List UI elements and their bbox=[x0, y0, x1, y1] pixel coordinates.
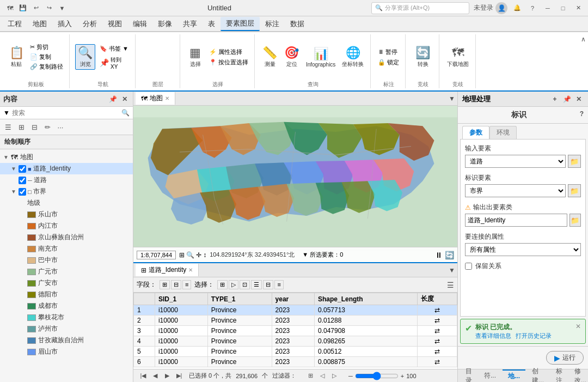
tree-item-ganzi[interactable]: 甘孜藏族自治州 bbox=[0, 335, 133, 346]
tree-item-leshan[interactable]: 乐山市 bbox=[0, 209, 133, 220]
maximize-btn[interactable]: □ bbox=[558, 3, 568, 14]
close-btn[interactable]: ✕ bbox=[573, 3, 584, 14]
menu-map[interactable]: 地图 bbox=[27, 17, 52, 31]
tree-item-deyang[interactable]: 德阳市 bbox=[0, 289, 133, 300]
draw-btn[interactable]: ✏ bbox=[41, 121, 53, 133]
col-type[interactable]: TYPE_1 bbox=[207, 293, 272, 305]
sel-btn4[interactable]: ☰ bbox=[251, 280, 262, 289]
pin-btn[interactable]: 📌 bbox=[108, 94, 118, 104]
filter-btn[interactable]: ⊟ bbox=[28, 121, 40, 133]
tree-item-luzhou[interactable]: 泸州市 bbox=[0, 323, 133, 335]
grid-view-btn[interactable]: ⊞ bbox=[15, 121, 27, 133]
bottom-tab-geo[interactable]: 地... bbox=[503, 369, 525, 382]
road-checkbox[interactable] bbox=[19, 177, 26, 184]
table-row[interactable]: 6 i10000 Province 2023 0.008875 ⇄ bbox=[134, 357, 457, 367]
copy-path-btn[interactable]: 🔗复制路径 bbox=[28, 62, 65, 71]
map-dropdown-btn[interactable]: ▼ bbox=[449, 95, 455, 102]
loc-select-btn[interactable]: 📍按位置选择 bbox=[207, 58, 250, 67]
menu-project[interactable]: 工程 bbox=[2, 17, 27, 31]
bottom-tab-symbol[interactable]: 符... bbox=[479, 370, 501, 381]
prev-btn[interactable]: ◀ bbox=[150, 371, 161, 381]
menu-imagery[interactable]: 影像 bbox=[152, 17, 177, 31]
select-btn[interactable]: ▦ 选择 bbox=[186, 45, 205, 69]
coord-transform-btn[interactable]: 🌐 坐标转换 bbox=[340, 45, 366, 69]
sel-btn3[interactable]: ⊡ bbox=[240, 280, 250, 289]
paste-btn[interactable]: 📋 粘贴 bbox=[7, 45, 26, 69]
preserve-checkbox[interactable] bbox=[465, 263, 472, 270]
tree-item-guangyuan[interactable]: 广元市 bbox=[0, 266, 133, 277]
tree-item-chengdu[interactable]: 成都市 bbox=[0, 300, 133, 312]
filter-btn3[interactable]: ▷ bbox=[329, 371, 340, 381]
notif-close-btn[interactable]: ✕ bbox=[575, 323, 581, 330]
tree-item-bazhong[interactable]: 巴中市 bbox=[0, 254, 133, 266]
tree-item-road[interactable]: ─ 道路 bbox=[0, 174, 133, 186]
tree-item-yaan[interactable]: 眉山市 bbox=[0, 346, 133, 357]
copy-btn[interactable]: 📄复制 bbox=[28, 52, 65, 62]
contents-search-input[interactable] bbox=[12, 109, 121, 117]
col-shape[interactable]: Shape_Length bbox=[314, 293, 417, 305]
help-btn[interactable]: ? bbox=[527, 3, 538, 14]
sel-btn6[interactable]: ≡ bbox=[274, 280, 283, 289]
geo-pin-btn[interactable]: 📌 bbox=[562, 94, 572, 104]
customize-btn[interactable]: ▼ bbox=[57, 3, 68, 14]
tree-item-nanchong[interactable]: 南充市 bbox=[0, 243, 133, 254]
rotate-btn[interactable]: ↕ bbox=[203, 251, 206, 259]
bottom-tab-modify[interactable]: 修改... bbox=[569, 366, 588, 383]
bottom-tab-catalog[interactable]: 目录 bbox=[460, 366, 477, 383]
attr-select-btn[interactable]: ⚡属性选择 bbox=[207, 47, 250, 57]
identity-folder-btn[interactable]: 📁 bbox=[568, 184, 581, 197]
lock-btn[interactable]: 🔒锁定 bbox=[376, 58, 401, 67]
tree-item-map[interactable]: ▼ 🗺 地图 bbox=[0, 151, 133, 163]
ribbon-expand-btn[interactable]: ∧ bbox=[581, 34, 586, 88]
map-tab-close-btn[interactable]: ✕ bbox=[165, 95, 169, 101]
geo-tab-params[interactable]: 参数 bbox=[462, 126, 489, 139]
last-btn[interactable]: ▶| bbox=[174, 371, 185, 381]
menu-feature-layer[interactable]: 要素图层 bbox=[220, 17, 260, 31]
browse-btn[interactable]: 🔍 浏览 bbox=[75, 44, 95, 70]
sel-btn1[interactable]: ⊞ bbox=[217, 280, 228, 289]
extent-btn[interactable]: ⊞ bbox=[179, 251, 185, 259]
sel-btn5[interactable]: ⊟ bbox=[263, 280, 273, 289]
pause-btn[interactable]: ⏸暂停 bbox=[376, 47, 401, 57]
menu-labeling[interactable]: 标注 bbox=[260, 17, 285, 31]
tree-item-guangan[interactable]: 广安市 bbox=[0, 277, 133, 289]
transform-btn[interactable]: 🔄 转换 bbox=[413, 45, 433, 69]
geo-close-btn[interactable]: ✕ bbox=[574, 94, 584, 104]
menu-edit[interactable]: 编辑 bbox=[127, 17, 152, 31]
identity-feature-select[interactable]: 市界 bbox=[465, 184, 566, 197]
output-folder-btn[interactable]: 📁 bbox=[569, 214, 581, 227]
menu-share[interactable]: 共享 bbox=[177, 17, 203, 31]
filter-btn1[interactable]: ⊞ bbox=[305, 371, 316, 381]
refresh-btn[interactable]: 🔄 bbox=[445, 251, 454, 259]
col-length[interactable]: 长度 bbox=[417, 293, 457, 305]
pan-btn[interactable]: ✛ bbox=[196, 251, 201, 259]
infographics-btn[interactable]: 📊 Infographics bbox=[304, 46, 338, 69]
table-row[interactable]: 4 i10000 Province 2023 0.098265 ⇄ bbox=[134, 336, 457, 347]
redo-btn[interactable]: ↪ bbox=[44, 3, 54, 14]
table-tab-menu-btn[interactable]: ▼ bbox=[449, 266, 455, 274]
table-row[interactable]: 1 i10000 Province 2023 0.057713 ⇄ bbox=[134, 305, 457, 316]
road-identity-checkbox[interactable] bbox=[19, 165, 26, 173]
user-area[interactable]: 未登录 👤 bbox=[474, 2, 507, 14]
user-avatar[interactable]: 👤 bbox=[495, 2, 507, 14]
input-feature-select[interactable]: 道路 bbox=[465, 155, 566, 168]
table-tab-close-btn[interactable]: ✕ bbox=[188, 267, 193, 273]
search-box[interactable]: 🔍 分享资源 (Alt+Q) bbox=[371, 2, 469, 14]
field-btn3[interactable]: ≡ bbox=[182, 280, 191, 289]
save-btn[interactable]: 💾 bbox=[17, 3, 28, 14]
input-folder-btn[interactable]: 📁 bbox=[568, 155, 581, 168]
city-border-checkbox[interactable] bbox=[19, 188, 26, 196]
first-btn[interactable]: |◀ bbox=[138, 371, 149, 381]
bookmark-btn[interactable]: 🔖书签▼ bbox=[97, 44, 131, 54]
pause-map-btn[interactable]: ⏸ bbox=[435, 251, 443, 259]
next-btn[interactable]: ▶ bbox=[162, 371, 173, 381]
zoom-slider[interactable] bbox=[355, 373, 399, 379]
field-btn2[interactable]: ⊟ bbox=[171, 280, 181, 289]
tree-item-road-identity[interactable]: ▼ ■ 道路_Identity bbox=[0, 163, 133, 174]
table-row[interactable]: 5 i10000 Province 2023 0.00512 ⇄ bbox=[134, 347, 457, 357]
tree-item-panzhihua[interactable]: 攀枝花市 bbox=[0, 312, 133, 323]
tree-item-jingshan[interactable]: 京山彝族自治州 bbox=[0, 232, 133, 243]
tree-item-neijiang[interactable]: 内江市 bbox=[0, 220, 133, 232]
locate-btn[interactable]: 🎯 定位 bbox=[282, 45, 302, 69]
geo-tab-env[interactable]: 环境 bbox=[489, 126, 517, 139]
